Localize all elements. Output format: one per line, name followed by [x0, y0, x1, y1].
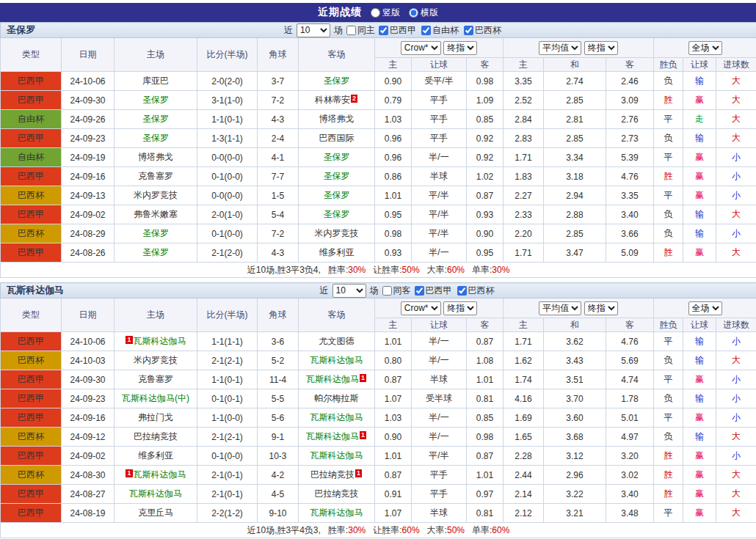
team-link[interactable]: 维多利亚: [319, 247, 355, 257]
team-link[interactable]: 圣保罗: [324, 209, 350, 219]
average-select[interactable]: 平均值: [539, 301, 581, 315]
result-goals: 大: [716, 504, 756, 523]
team-link[interactable]: 瓦斯科达伽马: [306, 431, 359, 441]
team-link[interactable]: 圣保罗: [142, 228, 169, 238]
home-team-cell: 圣保罗: [115, 91, 197, 110]
league-label: 自由杯: [432, 24, 459, 37]
team-link[interactable]: 米内罗竞技: [134, 190, 178, 200]
avg-stage-select[interactable]: 终指: [584, 301, 618, 315]
team-link[interactable]: 瓦斯科达伽马: [310, 507, 363, 518]
team-link[interactable]: 克鲁塞罗: [138, 171, 173, 181]
team-link[interactable]: 瓦斯科达伽马(中): [122, 393, 189, 403]
team-link[interactable]: 巴拉纳竞技: [310, 469, 355, 480]
result-goals: 大: [716, 129, 756, 148]
same-venue-checkbox[interactable]: [346, 26, 356, 35]
home-team-cell: 圣保罗: [115, 129, 197, 148]
layout-option-horizontal[interactable]: 横版: [409, 7, 438, 19]
team-link[interactable]: 圣保罗: [142, 133, 169, 143]
team-link[interactable]: 博塔弗戈: [138, 152, 173, 162]
team-link[interactable]: 瓦斯科达伽马: [129, 488, 182, 499]
team-link[interactable]: 米内罗竞技: [134, 355, 178, 365]
league-type-badge: 巴西甲: [1, 167, 62, 186]
team-link[interactable]: 维多利亚: [138, 450, 173, 461]
team-link[interactable]: 瓦斯科达伽马: [306, 374, 359, 384]
team-link[interactable]: 弗鲁米嫩塞: [134, 209, 178, 219]
league-checkbox[interactable]: [421, 26, 431, 35]
odds-stage-select[interactable]: 终指: [443, 301, 477, 315]
match-date: 24-09-02: [62, 447, 115, 466]
avg-stage-select[interactable]: 终指: [584, 41, 618, 55]
vertical-layout-radio[interactable]: [371, 8, 380, 18]
league-filter-3[interactable]: 巴西杯: [464, 24, 501, 37]
summary-stat-value: 60%: [447, 265, 465, 275]
team-link[interactable]: 巴西国际: [319, 133, 355, 143]
summary-stat-value: 60%: [402, 525, 420, 535]
recent-count-select[interactable]: 10: [332, 284, 366, 298]
team-link[interactable]: 弗拉门戈: [138, 412, 173, 422]
recent-count-select[interactable]: 10: [297, 23, 330, 37]
red-card-badge: 1: [360, 431, 366, 439]
summary-stat-label: 大率:: [427, 525, 447, 535]
team-link[interactable]: 博塔弗戈: [319, 114, 355, 124]
summary-stat-value: 60%: [492, 525, 509, 535]
team-link[interactable]: 圣保罗: [142, 247, 169, 257]
team-link[interactable]: 库亚巴: [142, 76, 169, 86]
league-checkbox[interactable]: [379, 26, 388, 35]
red-card-badge: 1: [126, 336, 132, 344]
team-link[interactable]: 瓦斯科达伽马: [134, 336, 186, 346]
team-results-table-1: 圣保罗 近 10 场 同主 巴西甲自由杯巴西杯: [0, 22, 756, 278]
team-link[interactable]: 克里丘马: [138, 507, 173, 518]
team-link[interactable]: 圣保罗: [324, 76, 350, 86]
team-link[interactable]: 瓦斯科达伽马: [310, 412, 363, 422]
scope-select[interactable]: 全场: [688, 41, 722, 55]
team-link[interactable]: 瓦斯科达伽马: [310, 450, 363, 461]
team-link[interactable]: 圣保罗: [324, 152, 350, 162]
team-link[interactable]: 米内罗竞技: [315, 228, 359, 238]
avg-away-odds: 3.20: [606, 447, 654, 466]
team-link[interactable]: 圣保罗: [142, 95, 169, 105]
league-checkbox[interactable]: [464, 26, 473, 35]
away-team-cell: 瓦斯科达伽马: [299, 504, 375, 523]
same-venue-filter[interactable]: 同主: [346, 24, 375, 37]
col-type: 类型: [1, 298, 62, 332]
team-link[interactable]: 圣保罗: [324, 171, 350, 181]
filter-bar: 近 10 场 同客 巴西甲巴西杯: [320, 284, 495, 298]
summary-row: 近10场,胜3平4负3,胜率:30%让胜率:60%大率:50%单率:60%: [1, 523, 756, 538]
same-venue-filter[interactable]: 同客: [382, 285, 411, 297]
league-filter-1[interactable]: 巴西甲: [379, 24, 416, 37]
horizontal-layout-radio[interactable]: [409, 8, 418, 18]
result-handicap: 赢: [683, 243, 716, 263]
corner-score: 4-3: [258, 243, 299, 263]
away-odds: 0.98: [467, 428, 504, 447]
team-link[interactable]: 圣保罗: [324, 190, 350, 200]
match-date: 24-09-23: [62, 389, 115, 408]
league-checkbox[interactable]: [457, 286, 467, 296]
team-link[interactable]: 瓦斯科达伽马: [134, 469, 186, 480]
league-checkbox[interactable]: [415, 286, 424, 296]
team-link[interactable]: 巴拉纳竞技: [315, 488, 359, 499]
team-link[interactable]: 克鲁塞罗: [138, 374, 173, 384]
team-link[interactable]: 帕尔梅拉斯: [315, 393, 359, 403]
league-filter-2[interactable]: 自由杯: [421, 24, 459, 37]
league-filter-1[interactable]: 巴西甲: [415, 285, 452, 297]
average-select[interactable]: 平均值: [539, 41, 581, 55]
team-link[interactable]: 尤文图德: [319, 336, 355, 346]
result-winloss: 胜: [654, 466, 683, 485]
home-odds: 1.03: [375, 110, 412, 129]
league-filter-2[interactable]: 巴西杯: [457, 285, 495, 297]
odds-stage-select[interactable]: 终指: [443, 41, 477, 55]
team-link[interactable]: 科林蒂安: [315, 95, 350, 105]
scope-select[interactable]: 全场: [688, 301, 722, 315]
team-link[interactable]: 瓦斯科达伽马: [310, 355, 363, 365]
same-venue-checkbox[interactable]: [382, 286, 392, 296]
red-card-badge: 1: [126, 469, 132, 477]
layout-option-vertical[interactable]: 竖版: [371, 7, 400, 19]
bookmaker-select[interactable]: Crow*: [401, 301, 441, 315]
match-score: 1-1(1-1): [197, 332, 258, 351]
match-score: 2-2(1-2): [197, 504, 258, 523]
avg-away-odds: 3.09: [606, 91, 654, 110]
bookmaker-select[interactable]: Crow*: [401, 41, 441, 55]
summary-stat-label: 单率:: [472, 525, 492, 535]
team-link[interactable]: 巴拉纳竞技: [134, 431, 178, 441]
team-link[interactable]: 圣保罗: [142, 114, 169, 124]
